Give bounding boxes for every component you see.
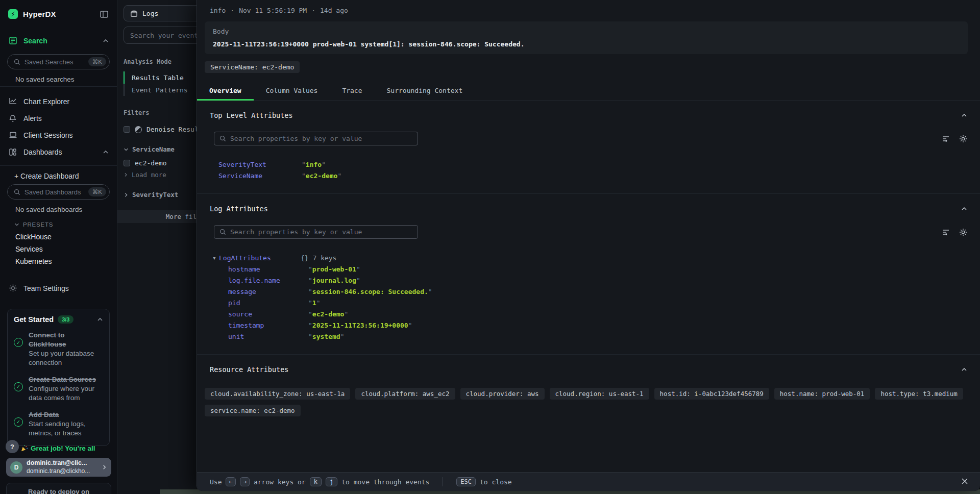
chevron-up-icon[interactable] (961, 205, 968, 212)
attribute-key[interactable]: source (228, 310, 308, 318)
attribute-key[interactable]: ServiceName (218, 172, 302, 180)
denoise-checkbox[interactable] (124, 126, 130, 133)
property-search-input[interactable]: Search properties by key or value (214, 132, 418, 145)
load-more-button[interactable]: Load more (124, 171, 197, 179)
mode-event-patterns[interactable]: Event Patterns (125, 84, 197, 96)
body-text: 2025-11-11T23:56:19+0000 prod-web-01 sys… (213, 40, 960, 48)
property-search-input[interactable]: Search properties by key or value (214, 225, 418, 239)
saved-searches-input[interactable]: Saved Searches ⌘K (7, 54, 110, 69)
filter-group-servicename[interactable]: ServiceName (124, 145, 197, 153)
attribute-key[interactable]: unit (228, 333, 308, 340)
sidebar-item-client-sessions[interactable]: Client Sessions (0, 127, 117, 143)
service-name-chip[interactable]: ServiceName: ec2-demo (205, 61, 300, 73)
attribute-row: source ec2-demo (197, 308, 980, 319)
gear-icon[interactable] (959, 134, 968, 143)
attribute-value[interactable]: systemd (308, 333, 344, 340)
chevron-up-icon[interactable] (961, 366, 968, 373)
analysis-mode-label: Analysis Mode (124, 58, 197, 65)
attribute-value[interactable]: ec2-demo (308, 310, 348, 318)
attribute-value[interactable]: info (302, 161, 326, 168)
laptop-icon (8, 131, 17, 140)
chevron-up-icon[interactable] (97, 316, 103, 323)
resource-chip[interactable]: host.name: prod-web-01 (774, 388, 870, 400)
source-selector-button[interactable]: Logs (124, 5, 197, 21)
attribute-value[interactable]: ec2-demo (302, 172, 341, 180)
attribute-value[interactable]: prod-web-01 (308, 265, 360, 273)
attribute-key[interactable]: hostname (228, 265, 308, 273)
chevron-up-icon[interactable] (103, 149, 109, 155)
collapse-sidebar-icon[interactable] (100, 10, 109, 19)
attribute-row: pid 1 (197, 297, 980, 308)
event-search-input[interactable]: Search your events... (124, 27, 197, 44)
filter-checkbox[interactable] (124, 160, 130, 166)
sidebar-item-label: Client Sessions (23, 131, 73, 139)
gear-icon[interactable] (959, 228, 968, 237)
caret-down-icon[interactable]: ▾ (212, 254, 219, 262)
close-icon[interactable] (961, 477, 969, 485)
presets-toggle[interactable]: PRESETS (14, 221, 109, 228)
k-key: k (310, 477, 322, 486)
chevron-right-icon (102, 464, 107, 470)
resource-chip[interactable]: host.id: i-0abc123def456789 (654, 388, 769, 400)
sidebar-item-dashboards[interactable]: Dashboards (0, 143, 117, 160)
get-started-item[interactable]: ✓ Connect to ClickHouse Set up your data… (14, 331, 103, 368)
j-key: j (326, 477, 337, 486)
attribute-value[interactable]: journal.log (308, 277, 360, 284)
resource-chip[interactable]: cloud.provider: aws (460, 388, 545, 400)
chevron-up-icon[interactable] (961, 112, 968, 119)
sidebar-item-chart-explorer[interactable]: Chart Explorer (0, 93, 117, 110)
user-name: dominic.tran@clic... (27, 459, 97, 467)
resource-chip[interactable]: cloud.platform: aws_ec2 (355, 388, 455, 400)
attribute-key[interactable]: timestamp (228, 322, 308, 329)
tab-overview[interactable]: Overview (197, 82, 254, 101)
party-popper-icon (20, 444, 28, 452)
preset-kubernetes[interactable]: Kubernetes (15, 255, 109, 267)
attribute-value[interactable]: 2025-11-11T23:56:19+0000 (308, 322, 412, 329)
chevron-right-icon (124, 192, 129, 197)
preset-clickhouse[interactable]: ClickHouse (15, 231, 109, 243)
saved-dashboards-input[interactable]: Saved Dashboards ⌘K (7, 184, 110, 200)
create-dashboard-button[interactable]: + Create Dashboard (14, 172, 109, 180)
filter-value-ec2-demo[interactable]: ec2-demo (124, 159, 197, 167)
attribute-tree-root[interactable]: ▾ LogAttributes {} 7 keys (197, 252, 980, 263)
preset-services[interactable]: Services (15, 243, 109, 255)
sidebar-item-alerts[interactable]: Alerts (0, 110, 117, 127)
check-circle-icon: ✓ (14, 338, 23, 347)
wrap-lines-icon[interactable] (941, 228, 950, 237)
brand-name: HyperDX (23, 10, 56, 18)
search-icon (14, 189, 20, 195)
wrap-lines-icon[interactable] (941, 134, 950, 143)
tab-trace[interactable]: Trace (330, 82, 374, 101)
more-filters-button[interactable]: More filters (117, 210, 197, 223)
tab-surrounding-context[interactable]: Surrounding Context (375, 82, 475, 101)
mode-results-table[interactable]: Results Table (125, 71, 197, 84)
property-search-placeholder: Search properties by key or value (230, 135, 362, 142)
attribute-key[interactable]: pid (228, 299, 308, 307)
get-started-item[interactable]: ✓ Add Data Start sending logs, metrics, … (14, 410, 103, 438)
get-started-item-desc: Configure where your data comes from (29, 384, 103, 403)
resource-chip[interactable]: host.type: t3.medium (875, 388, 963, 400)
attribute-value[interactable]: session-846.scope: Succeeded. (308, 288, 432, 295)
attribute-key[interactable]: LogAttributes (219, 254, 301, 262)
get-started-item[interactable]: ✓ Create Data Sources Configure where yo… (14, 375, 103, 403)
attribute-key[interactable]: message (228, 288, 308, 295)
sidebar-item-label: Dashboards (23, 148, 62, 156)
resource-chip[interactable]: service.name: ec2-demo (205, 405, 301, 416)
attribute-key[interactable]: log.file.name (228, 277, 308, 284)
denoise-icon (135, 126, 142, 133)
avatar: D (10, 461, 22, 474)
get-started-item-title: Add Data (29, 410, 103, 419)
resource-chip[interactable]: cloud.region: us-east-1 (550, 388, 649, 400)
tab-column-values[interactable]: Column Values (254, 82, 330, 101)
attribute-key[interactable]: SeverityText (218, 161, 302, 168)
sidebar-item-team-settings[interactable]: Team Settings (0, 280, 117, 297)
help-button[interactable]: ? (6, 440, 19, 453)
chevron-up-icon[interactable] (103, 38, 109, 44)
deploy-note-card[interactable]: Ready to deploy on (6, 483, 111, 494)
resource-chip[interactable]: cloud.availability_zone: us-east-1a (205, 388, 350, 400)
attribute-value[interactable]: 1 (308, 299, 320, 307)
sidebar-item-search[interactable]: Search (0, 32, 117, 49)
filter-group-severitytext[interactable]: SeverityText (124, 191, 197, 199)
denoise-label: Denoise Results (146, 126, 197, 133)
user-menu[interactable]: D dominic.tran@clic... dominic.tran@clic… (6, 458, 111, 477)
